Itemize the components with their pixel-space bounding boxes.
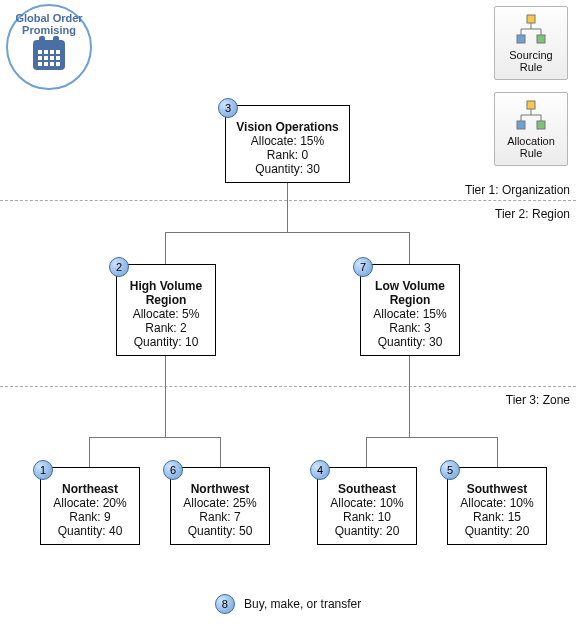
node-low-volume-region: 7 Low Volume Region Allocate: 15% Rank: … [360, 264, 460, 356]
node-allocate: Allocate: 25% [179, 496, 261, 510]
node-allocate: Allocate: 15% [369, 307, 451, 321]
svg-rect-5 [517, 35, 525, 43]
node-badge: 7 [353, 257, 373, 277]
node-allocate: Allocate: 20% [49, 496, 131, 510]
node-quantity: Quantity: 20 [456, 524, 538, 538]
node-title-line2: Region [369, 293, 451, 307]
node-title-line1: Low Volume [369, 279, 451, 293]
node-badge: 1 [33, 460, 53, 480]
calendar-icon-wrap [8, 40, 90, 70]
connector [165, 352, 166, 437]
svg-rect-6 [537, 35, 545, 43]
hierarchy-icon [495, 11, 567, 49]
node-rank: Rank: 9 [49, 510, 131, 524]
svg-rect-13 [537, 121, 545, 129]
node-title: Southwest [456, 482, 538, 496]
svg-rect-7 [527, 101, 535, 109]
gop-label-line1: Global Order [8, 12, 90, 24]
sourcing-rule-button[interactable]: Sourcing Rule [494, 6, 568, 80]
allocation-label-line2: Rule [495, 147, 567, 159]
node-rank: Rank: 2 [125, 321, 207, 335]
connector [165, 232, 409, 233]
gop-label-line2: Promising [8, 24, 90, 36]
tier1-divider [0, 200, 576, 201]
connector [366, 437, 497, 438]
allocation-label-line1: Allocation [495, 135, 567, 147]
tier3-label: Tier 3: Zone [506, 393, 570, 407]
node-badge: 4 [310, 460, 330, 480]
node-rank: Rank: 15 [456, 510, 538, 524]
sourcing-label-line2: Rule [495, 61, 567, 73]
node-allocate: Allocate: 10% [456, 496, 538, 510]
connector [497, 437, 498, 468]
node-rank: Rank: 10 [326, 510, 408, 524]
legend: 8 Buy, make, or transfer [0, 594, 576, 614]
node-rank: Rank: 0 [234, 148, 341, 162]
node-badge: 6 [163, 460, 183, 480]
connector [366, 437, 367, 468]
tier1-label: Tier 1: Organization [465, 183, 570, 197]
node-quantity: Quantity: 30 [234, 162, 341, 176]
node-high-volume-region: 2 High Volume Region Allocate: 5% Rank: … [116, 264, 216, 356]
node-title: Northeast [49, 482, 131, 496]
node-quantity: Quantity: 30 [369, 335, 451, 349]
node-title: Southeast [326, 482, 408, 496]
sourcing-label-line1: Sourcing [495, 49, 567, 61]
svg-rect-0 [527, 15, 535, 23]
connector [287, 180, 288, 232]
node-allocate: Allocate: 5% [125, 307, 207, 321]
node-northwest: 6 Northwest Allocate: 25% Rank: 7 Quanti… [170, 467, 270, 545]
node-rank: Rank: 7 [179, 510, 261, 524]
node-badge: 3 [218, 98, 238, 118]
node-title: Vision Operations [234, 120, 341, 134]
connector [409, 232, 410, 265]
node-quantity: Quantity: 20 [326, 524, 408, 538]
connector [89, 437, 90, 468]
node-title-line1: High Volume [125, 279, 207, 293]
calendar-icon [33, 40, 65, 70]
connector [165, 232, 166, 265]
connector [409, 352, 410, 437]
node-rank: Rank: 3 [369, 321, 451, 335]
global-order-promising-badge: Global Order Promising [6, 4, 92, 90]
node-southeast: 4 Southeast Allocate: 10% Rank: 10 Quant… [317, 467, 417, 545]
node-southwest: 5 Southwest Allocate: 10% Rank: 15 Quant… [447, 467, 547, 545]
connector [220, 437, 221, 468]
node-title: Northwest [179, 482, 261, 496]
tier2-divider [0, 386, 576, 387]
node-allocate: Allocate: 10% [326, 496, 408, 510]
hierarchy-icon [495, 97, 567, 135]
node-badge: 2 [109, 257, 129, 277]
node-title-line2: Region [125, 293, 207, 307]
legend-badge: 8 [215, 594, 235, 614]
node-allocate: Allocate: 15% [234, 134, 341, 148]
svg-rect-12 [517, 121, 525, 129]
node-quantity: Quantity: 40 [49, 524, 131, 538]
node-northeast: 1 Northeast Allocate: 20% Rank: 9 Quanti… [40, 467, 140, 545]
tier2-label: Tier 2: Region [495, 207, 570, 221]
node-quantity: Quantity: 50 [179, 524, 261, 538]
node-badge: 5 [440, 460, 460, 480]
node-quantity: Quantity: 10 [125, 335, 207, 349]
node-vision-operations: 3 Vision Operations Allocate: 15% Rank: … [225, 105, 350, 183]
connector [89, 437, 220, 438]
allocation-rule-button[interactable]: Allocation Rule [494, 92, 568, 166]
legend-text: Buy, make, or transfer [244, 597, 361, 611]
